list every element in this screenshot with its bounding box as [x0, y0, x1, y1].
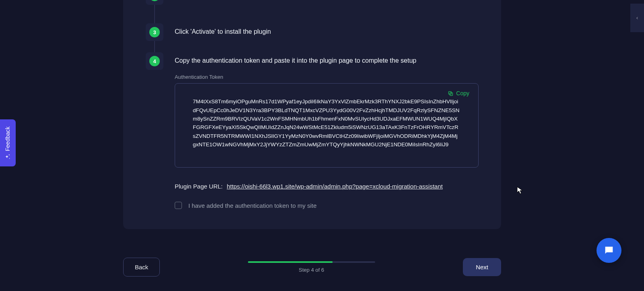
step-4-number: 4: [149, 56, 160, 66]
step-4-badge: 4: [146, 52, 163, 70]
chat-icon: [603, 245, 615, 256]
mouse-cursor: [517, 186, 523, 195]
chevron-left-icon: [635, 15, 639, 21]
auth-token-box: Copy 7M4tXxS8Tm6myiOPguMnRs17d1WPyaf1eyJ…: [175, 83, 479, 168]
confirm-checkbox-label: I have added the authentication token to…: [188, 202, 317, 209]
chat-button[interactable]: [597, 238, 621, 263]
feedback-tab[interactable]: Feedback: [0, 119, 16, 166]
step-3-title: Click 'Activate' to install the plugin: [175, 27, 479, 36]
plugin-url-label: Plugin Page URL:: [175, 183, 223, 190]
progress-bar: [248, 261, 375, 263]
step-4-title: Copy the authentication token and paste …: [175, 56, 479, 65]
feedback-label: Feedback: [5, 126, 11, 151]
step-3-number: 3: [149, 27, 160, 37]
step-2-badge: 2: [146, 0, 163, 5]
sparkle-icon: [5, 154, 11, 160]
step-indicator: Step 4 of 6: [299, 267, 324, 273]
back-button[interactable]: Back: [123, 258, 160, 277]
auth-token-label: Authentication Token: [175, 74, 479, 80]
progress-fill: [248, 261, 332, 263]
copy-icon: [448, 90, 454, 96]
copy-button[interactable]: Copy: [448, 90, 469, 96]
confirm-checkbox[interactable]: [175, 202, 182, 209]
auth-token-value[interactable]: 7M4tXxS8Tm6myiOPguMnRs17d1WPyaf1eyJpdiI6…: [193, 97, 460, 149]
next-button[interactable]: Next: [463, 258, 501, 276]
side-panel-toggle[interactable]: [630, 4, 644, 32]
step-2-number: 2: [149, 0, 160, 1]
step-connector: [154, 5, 155, 23]
copy-button-label: Copy: [456, 90, 469, 96]
plugin-url-row: Plugin Page URL: https://oishi-66l3.wp1.…: [175, 183, 479, 190]
plugin-url-link[interactable]: https://oishi-66l3.wp1.site/wp-admin/adm…: [227, 183, 443, 190]
step-3-badge: 3: [146, 23, 163, 41]
step-connector: [154, 41, 155, 52]
